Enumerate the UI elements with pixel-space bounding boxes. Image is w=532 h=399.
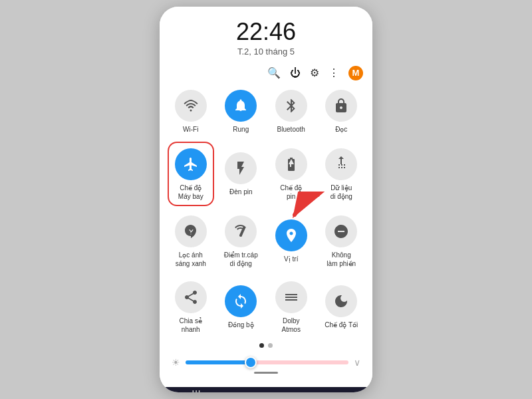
tile-share[interactable]: Chia sẻ nhanh	[168, 276, 214, 338]
airplane-label: Chế độMáy bay	[178, 184, 203, 201]
tile-ring[interactable]: Rung	[218, 84, 265, 138]
tile-hotspot[interactable]: Điểm tr.cápdi động	[218, 210, 265, 272]
battery-mode-icon	[275, 148, 307, 180]
flashlight-icon	[225, 152, 257, 184]
gesture-line	[254, 372, 278, 374]
svg-rect-2	[285, 299, 297, 301]
battery-mode-label: Chế độpin	[280, 184, 302, 201]
search-icon[interactable]: 🔍	[267, 66, 281, 79]
date: T.2, 10 tháng 5	[173, 47, 359, 57]
dolby-icon	[275, 281, 307, 313]
tile-dnd[interactable]: Khônglàm phiền	[319, 210, 365, 272]
status-bar: 22:46 T.2, 10 tháng 5	[160, 7, 372, 61]
mobile-data-icon	[325, 148, 357, 180]
clock: 22:46	[173, 19, 359, 45]
dnd-label: Khônglàm phiền	[327, 251, 356, 268]
user-badge[interactable]: M	[348, 66, 363, 80]
wifi-label: Wi-Fi	[183, 125, 198, 134]
tile-bluetooth[interactable]: Bluetooth	[268, 84, 315, 138]
blue-filter-icon	[175, 215, 207, 247]
tile-location[interactable]: Vị trí	[268, 210, 315, 272]
airplane-icon	[175, 148, 207, 180]
doc-label: Đọc	[335, 125, 347, 134]
power-icon[interactable]: ⏻	[290, 67, 301, 79]
sync-icon	[225, 285, 257, 317]
tile-sync[interactable]: Đồng bộ	[218, 276, 265, 338]
tile-doc[interactable]: Đọc	[319, 84, 365, 138]
hotspot-icon	[225, 215, 257, 247]
nav-recent[interactable]: |||	[192, 388, 201, 392]
wifi-icon	[175, 90, 207, 122]
nav-bar: ||| ○ ‹	[160, 387, 372, 392]
sync-label: Đồng bộ	[228, 321, 254, 329]
ring-label: Rung	[233, 125, 249, 134]
location-label: Vị trí	[284, 255, 298, 263]
nav-home[interactable]: ○	[265, 388, 272, 392]
more-icon[interactable]: ⋮	[329, 66, 339, 79]
brightness-thumb[interactable]	[245, 356, 257, 368]
location-icon	[275, 219, 307, 251]
dark-mode-label: Chế độ Tối	[325, 321, 358, 329]
gesture-bar	[166, 369, 366, 380]
bluetooth-label: Bluetooth	[277, 125, 305, 134]
tile-dolby[interactable]: DolbyAtmos	[268, 276, 315, 338]
mobile-data-label: Dữ liệudi động	[331, 184, 352, 201]
brightness-slider[interactable]	[186, 360, 348, 364]
tile-dark-mode[interactable]: Chế độ Tối	[319, 276, 365, 338]
tile-blue-filter[interactable]: Lọc ánhsáng xanh	[168, 210, 214, 272]
blue-filter-label: Lọc ánhsáng xanh	[176, 251, 206, 268]
tile-battery-mode[interactable]: Chế độpin	[268, 142, 315, 206]
brightness-row: ☀ ∨	[166, 350, 366, 369]
dark-mode-icon	[325, 285, 357, 317]
tile-mobile-data[interactable]: Dữ liệudi động	[319, 142, 365, 206]
tile-flashlight[interactable]: Đèn pin	[218, 142, 265, 206]
brightness-low-icon: ☀	[172, 357, 180, 368]
dot-2	[268, 343, 273, 348]
tiles-grid: Wi-Fi Rung Bluetooth Đọc	[166, 84, 366, 338]
tile-airplane[interactable]: Chế độMáy bay	[168, 142, 214, 206]
dnd-icon	[325, 215, 357, 247]
phone-frame: 22:46 T.2, 10 tháng 5 🔍 ⏻ ⚙ ⋮ M Wi-Fi	[160, 7, 372, 392]
page-dots	[166, 338, 366, 350]
dolby-label: DolbyAtmos	[282, 317, 301, 334]
nav-back[interactable]: ‹	[336, 387, 340, 392]
expand-icon[interactable]: ∨	[354, 357, 360, 368]
doc-icon	[325, 90, 357, 122]
tile-wifi[interactable]: Wi-Fi	[168, 84, 214, 138]
svg-rect-0	[285, 294, 297, 295]
ring-icon	[225, 90, 257, 122]
qs-toolbar: 🔍 ⏻ ⚙ ⋮ M	[166, 61, 366, 84]
quick-settings-panel: 🔍 ⏻ ⚙ ⋮ M Wi-Fi Rung	[160, 61, 372, 387]
bluetooth-icon	[275, 90, 307, 122]
svg-rect-1	[285, 297, 297, 298]
flashlight-label: Đèn pin	[229, 188, 252, 196]
dot-1	[259, 343, 264, 348]
hotspot-label: Điểm tr.cápdi động	[224, 251, 258, 268]
brightness-track	[186, 360, 348, 364]
share-label: Chia sẻ nhanh	[170, 317, 211, 334]
settings-icon[interactable]: ⚙	[310, 66, 319, 79]
share-icon	[175, 281, 207, 313]
